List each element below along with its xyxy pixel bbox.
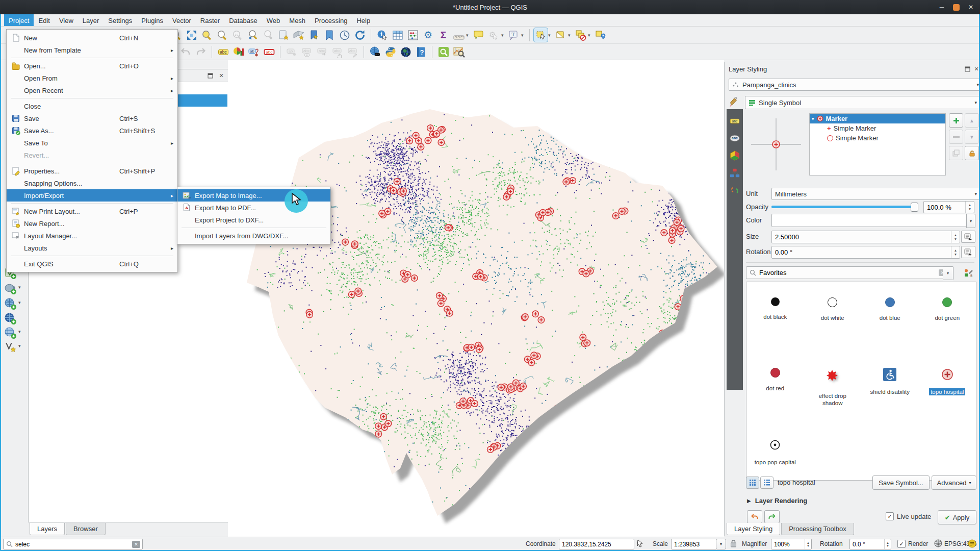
opacity-spin-arrows[interactable]: ▲▼ [965,202,974,213]
menu-item-properties[interactable]: Properties...Ctrl+Shift+P [7,165,177,177]
open-attribute-table-icon[interactable] [391,28,404,42]
symbol-dot-blue[interactable]: dot blue [861,288,919,359]
sum-statistics-icon[interactable]: Σ [436,28,450,42]
style-manager-icon[interactable]: a [962,267,974,279]
tree-item-marker[interactable]: ▾ Marker [810,114,945,123]
menu-project[interactable]: Project [4,14,34,26]
add-postgis-layer-icon[interactable] [3,281,17,295]
identify-features-icon[interactable]: i [375,28,389,42]
tab-processing-toolbox[interactable]: Processing Toolbox [781,523,854,535]
menu-raster[interactable]: Raster [196,14,224,26]
metasearch-icon[interactable] [368,45,382,59]
unit-combo[interactable]: Millimeters▾ [771,188,980,200]
menu-item-open-recent[interactable]: Open Recent▸ [7,84,177,96]
zoom-next-icon[interactable] [261,28,275,42]
tab-diagrams-icon[interactable] [727,165,743,181]
menu-item-save-to[interactable]: Save To▸ [7,137,177,149]
layer-rendering-section[interactable]: ▶ Layer Rendering [747,497,807,505]
menu-settings[interactable]: Settings [104,14,137,26]
deselect-dropdown-icon[interactable]: ▾ [588,33,592,38]
postgis-dropdown-icon[interactable]: ▾ [18,285,22,290]
menu-item-open[interactable]: Open...Ctrl+O [7,60,177,72]
temporal-controller-icon[interactable] [338,28,351,42]
menu-processing[interactable]: Processing [310,14,352,26]
rotation-data-defined-override-button[interactable] [961,246,975,258]
symbol-shield-disability[interactable]: shield disability [861,359,919,429]
virtual-layer-dropdown-icon[interactable]: ▾ [18,343,22,348]
expand-icon[interactable]: ▾ [812,116,814,121]
menu-item-new[interactable]: NewCtrl+N [7,32,177,44]
wms-dropdown-icon[interactable]: ▾ [18,300,22,305]
menu-item-close[interactable]: Close [7,100,177,112]
symbol-dot-black[interactable]: dot black [746,288,804,359]
tab-browser[interactable]: Browser [66,523,106,535]
tree-item-simple-marker-2[interactable]: Simple Marker [810,133,945,143]
tab-symbology-icon[interactable] [727,94,743,109]
styling-panel-float-icon[interactable] [963,65,971,73]
tab-history-icon[interactable] [727,183,743,198]
zoom-full-extent-icon[interactable] [185,28,198,42]
symbol-dot-white[interactable]: dot white [804,288,862,359]
scale-combo[interactable] [671,539,717,549]
coordinate-input[interactable] [559,539,634,549]
select-dropdown-icon[interactable]: ▾ [548,33,552,38]
locator-search-input[interactable] [13,541,132,548]
layer-labeling-icon[interactable]: abc [216,45,230,59]
statistical-summary-icon[interactable] [406,28,420,42]
menu-item-new-report[interactable]: New Report... [7,217,177,230]
remove-symbol-layer-button[interactable] [949,130,963,144]
tree-item-simple-marker-1[interactable]: + Simple Marker [810,123,945,133]
refresh-map-icon[interactable] [353,28,367,42]
style-redo-button[interactable] [764,510,780,523]
menu-layer[interactable]: Layer [78,14,104,26]
layers-panel-close-icon[interactable]: ✕ [217,71,225,80]
pin-labels-icon[interactable]: ab [247,45,261,59]
locator-clear-icon[interactable]: ✕ [132,541,140,548]
select-features-by-value-icon[interactable] [554,28,568,42]
add-wcs-layer-icon[interactable] [3,325,17,340]
advanced-button[interactable]: Advanced▾ [932,475,976,490]
magnifier-arrows[interactable]: ▲▼ [805,539,811,549]
symbol-dot-green[interactable]: dot green [919,288,976,359]
crs-globe-icon[interactable] [934,539,942,549]
move-down-button[interactable]: ▼ [965,130,979,144]
map-tips-icon[interactable] [472,28,485,42]
tab-layer-styling[interactable]: Layer Styling [727,523,780,535]
submenu-item-export-map-to-image[interactable]: Export Map to Image... [177,189,330,202]
symbol-effect-drop-shadow[interactable]: effect drop shadow [804,359,862,429]
zoom-to-selection-icon[interactable] [200,28,214,42]
processing-toolbox-icon[interactable]: ⚙ [421,28,435,42]
icon-view-toggle[interactable] [746,477,759,489]
magnifier-spinbox[interactable]: ▲▼ [771,539,812,549]
live-update-checkbox[interactable]: ✓ Live update [886,512,931,520]
menu-plugins[interactable]: Plugins [137,14,168,26]
menu-item-save[interactable]: SaveCtrl+S [7,112,177,124]
render-checkbox[interactable]: ✓ Render [897,540,928,548]
select-by-value-dropdown-icon[interactable]: ▾ [568,33,572,38]
menu-help[interactable]: Help [352,14,375,26]
menu-item-new-from-template[interactable]: New from Template▸ [7,44,177,56]
new-bookmark-ribbon-icon[interactable] [307,28,321,42]
symbol-topo-hospital[interactable]: topo hospital [919,359,976,429]
rotation-spin-arrows[interactable]: ▲▼ [951,246,960,258]
menu-item-import-export[interactable]: Import/Export▸ [7,189,177,202]
menu-database[interactable]: Database [224,14,262,26]
rotation-value[interactable] [772,248,951,256]
save-symbol-button[interactable]: Save Symbol... [872,475,930,490]
layer-diagram-icon[interactable] [231,45,245,59]
annotation-dropdown-icon[interactable]: ▾ [521,33,525,38]
opacity-spinbox[interactable]: ▲▼ [923,201,974,213]
menu-web[interactable]: Web [262,14,285,26]
change-label-properties-icon[interactable]: abc [346,45,359,59]
search-plugin-icon[interactable] [436,45,450,59]
rotation-spinbox[interactable]: ▲▼ [771,246,960,259]
undo-icon[interactable] [178,45,192,59]
redo-icon[interactable] [194,45,208,59]
opacity-slider[interactable] [771,201,918,212]
locator-search-box[interactable]: ✕ [3,539,143,549]
menu-view[interactable]: View [55,14,78,26]
move-label-icon[interactable]: abc [315,45,329,59]
feature-action-dropdown-icon[interactable]: ▾ [501,33,505,38]
menu-item-snapping-options[interactable]: Snapping Options... [7,177,177,189]
tab-3d-view-icon[interactable] [727,148,743,163]
